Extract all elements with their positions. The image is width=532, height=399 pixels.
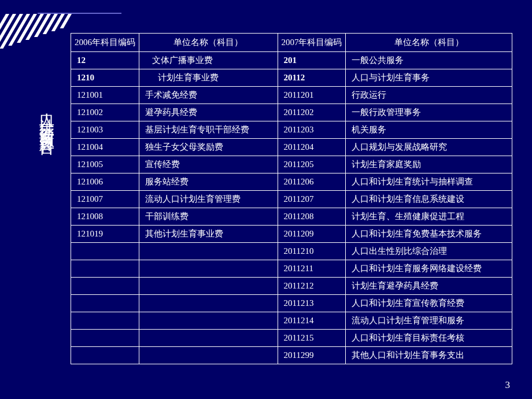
cell-name-2007: 人口和计划生育宣传教育经费 (346, 295, 512, 312)
page-number: 3 (505, 379, 511, 391)
cell-code-2006: 121003 (71, 121, 139, 139)
cell-code-2007: 2011214 (278, 312, 346, 330)
cell-name-2006: 宣传经费 (139, 156, 278, 173)
cell-code-2007: 2011211 (278, 260, 346, 278)
col-header-name-2007: 单位名称（科目） (346, 34, 512, 52)
table-row: 2011214流动人口计划生育管理和服务 (71, 312, 512, 330)
table-row: 121004独生子女父母奖励费2011204人口规划与发展战略研究 (71, 139, 512, 156)
cell-code-2006: 121008 (71, 208, 139, 226)
cell-code-2006: 121004 (71, 139, 139, 156)
cell-code-2007: 2011201 (278, 87, 346, 104)
cell-code-2007: 2011212 (278, 278, 346, 295)
cell-name-2006: 其他计划生育事业费 (139, 226, 278, 243)
cell-code-2006: 121019 (71, 226, 139, 243)
cell-code-2006 (71, 260, 139, 278)
cell-code-2007: 20112 (278, 69, 346, 87)
table-row: 121003基层计划生育专职干部经费2011203机关服务 (71, 121, 512, 139)
table-row: 121019其他计划生育事业费2011209人口和计划生育免费基本技术服务 (71, 226, 512, 243)
cell-name-2007: 流动人口计划生育管理和服务 (346, 312, 512, 330)
col-header-code-2006: 2006年科目编码 (71, 34, 139, 52)
cell-name-2007: 行政运行 (346, 87, 512, 104)
cell-name-2007: 计划生育家庭奖励 (346, 156, 512, 173)
budget-table: 2006年科目编码 单位名称（科目） 2007年科目编码 单位名称（科目） 12… (71, 33, 512, 364)
cell-code-2007: 2011208 (278, 208, 346, 226)
cell-code-2007: 2011203 (278, 121, 346, 139)
cell-code-2007: 2011209 (278, 226, 346, 243)
cell-name-2007: 计划生育、生殖健康促进工程 (346, 208, 512, 226)
table-row: 2011299其他人口和计划生育事务支出 (71, 347, 512, 364)
cell-name-2006: 避孕药具经费 (139, 104, 278, 121)
cell-code-2006 (71, 347, 139, 364)
cell-code-2007: 2011215 (278, 330, 346, 347)
cell-code-2006 (71, 278, 139, 295)
cell-name-2006 (139, 260, 278, 278)
cell-name-2007: 人口和计划生育目标责任考核 (346, 330, 512, 347)
cell-code-2006: 1210 (71, 69, 139, 87)
table-row: 12文体广播事业费201一般公共服务 (71, 52, 512, 69)
table-row: 121005宣传经费2011205计划生育家庭奖励 (71, 156, 512, 173)
table-row: 121006服务站经费2011206人口和计划生育统计与抽样调查 (71, 173, 512, 191)
table-row: 121001手术减免经费2011201行政运行 (71, 87, 512, 104)
cell-code-2007: 2011204 (278, 139, 346, 156)
cell-name-2007: 人口出生性别比综合治理 (346, 243, 512, 260)
cell-name-2007: 人口规划与发展战略研究 (346, 139, 512, 156)
cell-code-2007: 2011299 (278, 347, 346, 364)
cell-code-2006: 121005 (71, 156, 139, 173)
cell-code-2006 (71, 330, 139, 347)
cell-name-2007: 计划生育避孕药具经费 (346, 278, 512, 295)
slide-title: 人口计生委新旧预算科目 (39, 101, 57, 133)
cell-name-2006: 手术减免经费 (139, 87, 278, 104)
table-row: 1210计划生育事业费20112人口与计划生育事务 (71, 69, 512, 87)
cell-code-2007: 2011206 (278, 173, 346, 191)
cell-code-2007: 2011202 (278, 104, 346, 121)
cell-name-2007: 一般公共服务 (346, 52, 512, 69)
cell-code-2007: 2011205 (278, 156, 346, 173)
cell-code-2007: 201 (278, 52, 346, 69)
cell-name-2006: 文体广播事业费 (139, 52, 278, 69)
cell-name-2006 (139, 347, 278, 364)
table-header-row: 2006年科目编码 单位名称（科目） 2007年科目编码 单位名称（科目） (71, 34, 512, 52)
table-row: 121007流动人口计划生育管理费2011207人口和计划生育信息系统建设 (71, 191, 512, 208)
cell-code-2007: 2011213 (278, 295, 346, 312)
cell-name-2007: 人口和计划生育免费基本技术服务 (346, 226, 512, 243)
cell-code-2006: 121007 (71, 191, 139, 208)
cell-code-2006: 12 (71, 52, 139, 69)
cell-code-2006 (71, 243, 139, 260)
table-row: 2011211人口和计划生育服务网络建设经费 (71, 260, 512, 278)
cell-name-2007: 机关服务 (346, 121, 512, 139)
cell-name-2007: 人口与计划生育事务 (346, 69, 512, 87)
col-header-code-2007: 2007年科目编码 (278, 34, 346, 52)
cell-code-2007: 2011210 (278, 243, 346, 260)
cell-code-2006: 121002 (71, 104, 139, 121)
cell-name-2007: 其他人口和计划生育事务支出 (346, 347, 512, 364)
table-row: 2011215人口和计划生育目标责任考核 (71, 330, 512, 347)
cell-code-2006: 121001 (71, 87, 139, 104)
cell-name-2007: 人口和计划生育统计与抽样调查 (346, 173, 512, 191)
table-row: 2011210人口出生性别比综合治理 (71, 243, 512, 260)
cell-name-2006: 服务站经费 (139, 173, 278, 191)
col-header-name-2006: 单位名称（科目） (139, 34, 278, 52)
cell-name-2007: 一般行政管理事务 (346, 104, 512, 121)
cell-name-2006 (139, 330, 278, 347)
table-row: 2011212计划生育避孕药具经费 (71, 278, 512, 295)
cell-name-2006 (139, 312, 278, 330)
cell-name-2006: 计划生育事业费 (139, 69, 278, 87)
cell-name-2006: 基层计划生育专职干部经费 (139, 121, 278, 139)
table-row: 121002避孕药具经费2011202一般行政管理事务 (71, 104, 512, 121)
cell-code-2006 (71, 295, 139, 312)
cell-name-2006: 独生子女父母奖励费 (139, 139, 278, 156)
cell-name-2006 (139, 278, 278, 295)
cell-code-2006 (71, 312, 139, 330)
cell-code-2006: 121006 (71, 173, 139, 191)
cell-name-2006: 干部训练费 (139, 208, 278, 226)
budget-table-wrap: 2006年科目编码 单位名称（科目） 2007年科目编码 单位名称（科目） 12… (71, 33, 512, 364)
cell-name-2006 (139, 295, 278, 312)
table-row: 2011213人口和计划生育宣传教育经费 (71, 295, 512, 312)
cell-name-2007: 人口和计划生育信息系统建设 (346, 191, 512, 208)
cell-name-2007: 人口和计划生育服务网络建设经费 (346, 260, 512, 278)
cell-name-2006: 流动人口计划生育管理费 (139, 191, 278, 208)
cell-name-2006 (139, 243, 278, 260)
table-row: 121008干部训练费2011208计划生育、生殖健康促进工程 (71, 208, 512, 226)
cell-code-2007: 2011207 (278, 191, 346, 208)
